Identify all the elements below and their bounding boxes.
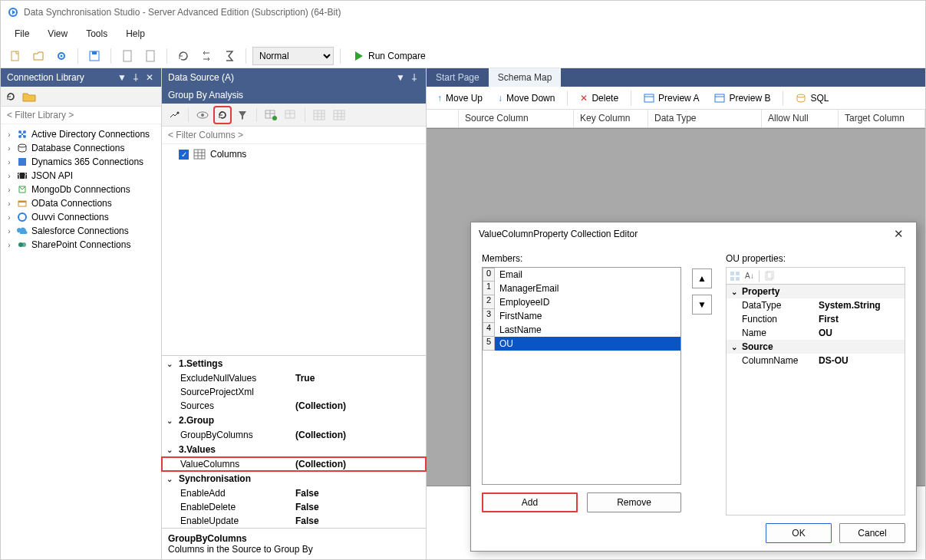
tab-schema-map[interactable]: Schema Map <box>489 68 562 87</box>
properties-pane: OU properties: A↓ ⌄Property DataTypeSyst… <box>726 253 905 516</box>
new-icon[interactable] <box>5 46 25 66</box>
group-by-bar: Group By Analysis <box>162 87 426 104</box>
sigma-icon[interactable] <box>219 46 239 66</box>
member-row[interactable]: 2EmployeeID <box>483 295 680 309</box>
svg-rect-31 <box>715 94 724 102</box>
svg-rect-34 <box>736 272 740 275</box>
member-row[interactable]: 1ManagerEmail <box>483 282 680 295</box>
col-datatype[interactable]: Data Type <box>648 110 762 127</box>
filter-library-input[interactable]: < Filter Library > <box>1 107 161 124</box>
ok-button[interactable]: OK <box>766 523 832 543</box>
members-pane: Members: 0Email1ManagerEmail2EmployeeID3… <box>482 253 681 516</box>
move-up-button[interactable]: ↑Move Up <box>431 89 489 107</box>
save-icon[interactable] <box>84 46 104 66</box>
tree-item: ›OData Connections <box>2 196 160 210</box>
preview-icon <box>714 93 725 104</box>
collection-editor-dialog: ValueColumnProperty Collection Editor ✕ … <box>470 222 917 552</box>
svg-text:{ }: { } <box>18 170 26 180</box>
grid2-icon[interactable] <box>330 106 348 124</box>
dialog-titlebar: ValueColumnProperty Collection Editor ✕ <box>471 222 916 245</box>
doc1-icon[interactable] <box>117 46 137 66</box>
data-source-a-panel: Data Source (A) ▼ Group By Analysis < Fi… <box>162 68 427 559</box>
property-grid[interactable]: ⌄1.Settings ExcludeNullValuesTrue Source… <box>162 355 426 559</box>
play-icon <box>354 51 364 61</box>
col-allownull[interactable]: Allow Null <box>762 110 839 127</box>
categorized-icon[interactable] <box>730 271 740 282</box>
gear-icon[interactable] <box>51 46 71 66</box>
tree-item: ›Dynamics 365 Connections <box>2 155 160 169</box>
preview-a-button[interactable]: Preview A <box>638 89 705 107</box>
filter-columns-input[interactable]: < Filter Columns > <box>162 127 426 144</box>
columns-tree[interactable]: ✓ Columns <box>162 144 426 355</box>
menu-tools[interactable]: Tools <box>78 26 115 41</box>
svg-rect-29 <box>194 150 205 159</box>
property-description: GroupByColumns Columns in the Source to … <box>162 528 426 559</box>
arrow-down-icon: ↓ <box>498 93 503 104</box>
delete-button[interactable]: ✕Delete <box>574 89 624 107</box>
remove-button[interactable]: Remove <box>587 492 681 512</box>
member-row[interactable]: 3FirstName <box>483 309 680 323</box>
member-row[interactable]: 5OU <box>483 337 680 351</box>
svg-point-20 <box>21 242 26 247</box>
tree-item: ›Database Connections <box>2 141 160 155</box>
move-down-button[interactable]: ↓Move Down <box>492 89 561 107</box>
run-compare-button[interactable]: Run Compare <box>347 46 433 66</box>
svg-rect-30 <box>644 94 654 102</box>
properties-grid[interactable]: ⌄Property DataTypeSystem.String Function… <box>726 284 905 516</box>
member-row[interactable]: 0Email <box>483 268 680 282</box>
connect-icon[interactable] <box>165 106 183 124</box>
run-compare-label: Run Compare <box>368 51 426 61</box>
sql-button[interactable]: SQL <box>789 89 835 107</box>
dropdown-icon[interactable]: ▼ <box>117 72 127 83</box>
connection-library-title: Connection Library <box>7 72 84 83</box>
window-title: Data Synchronisation Studio - Server Adv… <box>24 7 341 18</box>
connection-tree[interactable]: ›Active Directory Connections ›Database … <box>1 124 161 559</box>
members-list[interactable]: 0Email1ManagerEmail2EmployeeID3FirstName… <box>482 267 681 485</box>
move-down-icon[interactable]: ▼ <box>692 295 712 315</box>
svg-rect-1 <box>12 51 18 61</box>
columns-node[interactable]: ✓ Columns <box>166 149 421 160</box>
menu-file[interactable]: File <box>7 26 37 41</box>
filter-icon[interactable] <box>233 106 252 124</box>
checkbox-icon[interactable]: ✓ <box>179 150 189 160</box>
cancel-button[interactable]: Cancel <box>839 523 905 543</box>
menu-help[interactable]: Help <box>118 26 153 41</box>
col-target[interactable]: Target Column <box>839 110 925 127</box>
col-source[interactable]: Source Column <box>459 110 574 127</box>
svg-rect-6 <box>124 51 131 61</box>
dsa-toolbar <box>162 104 426 127</box>
tab-start-page[interactable]: Start Page <box>427 68 489 87</box>
alphabetical-icon[interactable]: A↓ <box>745 272 754 280</box>
svg-rect-28 <box>334 110 344 120</box>
reload-icon[interactable] <box>5 91 16 102</box>
doc2-icon[interactable] <box>140 46 160 66</box>
delete-icon: ✕ <box>580 93 588 104</box>
mode-select[interactable]: Normal <box>252 47 334 65</box>
pin-icon[interactable] <box>130 72 141 83</box>
value-columns-row[interactable]: ValueColumns(Collection) <box>162 457 426 471</box>
menu-view[interactable]: View <box>40 26 75 41</box>
move-up-icon[interactable]: ▲ <box>692 268 712 288</box>
members-label: Members: <box>482 253 681 264</box>
cycle-icon[interactable] <box>196 46 216 66</box>
table-add-icon[interactable] <box>262 106 280 124</box>
col-key[interactable]: Key Column <box>574 110 648 127</box>
pin-icon[interactable] <box>409 72 420 83</box>
grid1-icon[interactable] <box>310 106 328 124</box>
refresh-icon[interactable] <box>173 46 193 66</box>
add-button[interactable]: Add <box>482 492 578 512</box>
folder-icon[interactable] <box>22 91 36 102</box>
eye-icon[interactable] <box>193 106 212 124</box>
table-edit-icon[interactable] <box>282 106 300 124</box>
dropdown-icon[interactable]: ▼ <box>395 72 406 83</box>
refresh-columns-icon[interactable] <box>213 106 232 124</box>
preview-b-button[interactable]: Preview B <box>708 89 776 107</box>
close-icon[interactable]: ✕ <box>144 72 155 83</box>
tree-item: ›Active Directory Connections <box>2 127 160 141</box>
close-icon[interactable]: ✕ <box>889 227 908 241</box>
member-row[interactable]: 4LastName <box>483 323 680 337</box>
svg-point-23 <box>201 114 204 117</box>
svg-point-32 <box>797 94 805 97</box>
pages-icon[interactable] <box>764 271 775 282</box>
open-icon[interactable] <box>28 46 48 66</box>
